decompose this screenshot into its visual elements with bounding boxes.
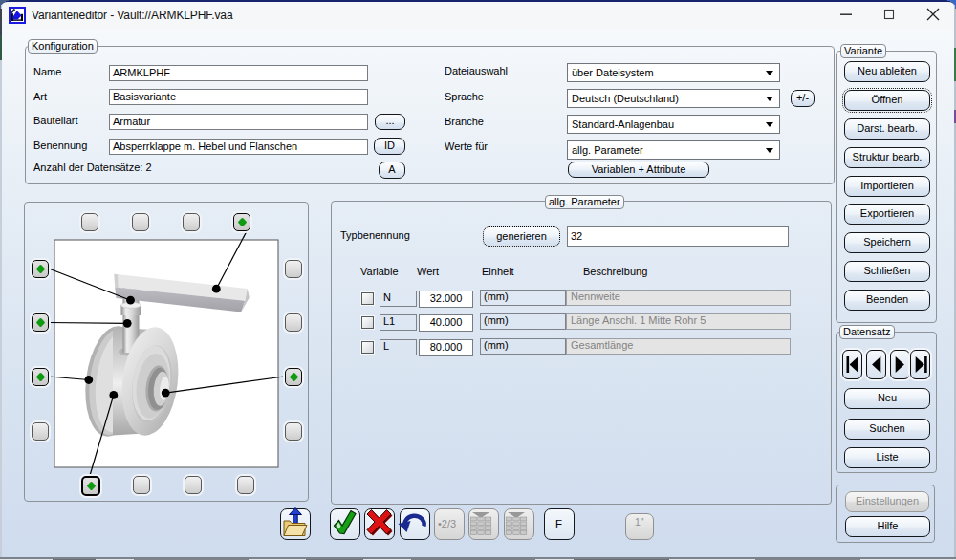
svg-text:•2/3: •2/3 xyxy=(438,518,456,529)
svg-text:F: F xyxy=(555,518,562,529)
svg-text:1": 1" xyxy=(635,516,644,528)
